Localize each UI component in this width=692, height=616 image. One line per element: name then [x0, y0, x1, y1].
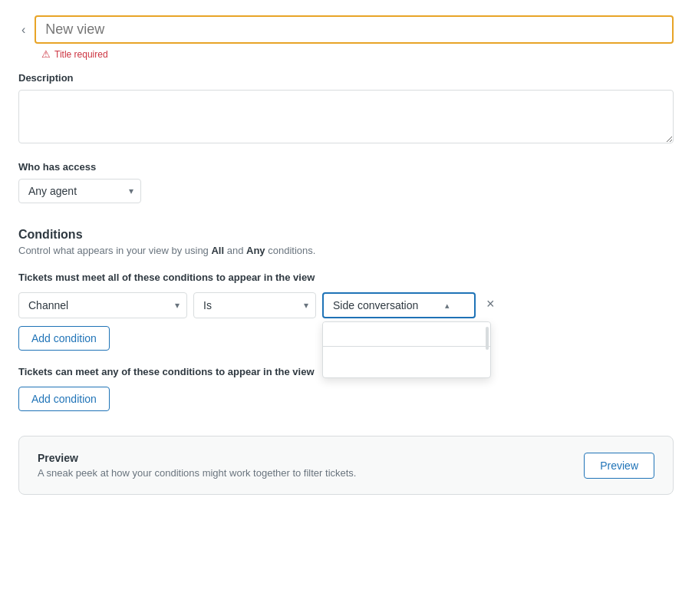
description-section: Description: [18, 72, 674, 146]
conditions-section: Conditions Control what appears in your …: [18, 228, 674, 411]
preview-desc: A sneak peek at how your conditions migh…: [38, 467, 357, 479]
description-textarea[interactable]: [18, 90, 674, 143]
access-section: Who has access Any agent Specific agents…: [18, 161, 674, 203]
page-container: ‹ ⚠ Title required Description Who has a…: [0, 0, 692, 616]
conditions-desc: Control what appears in your view by usi…: [18, 245, 674, 256]
header-row: ‹: [18, 15, 674, 44]
preview-title: Preview: [38, 452, 357, 464]
preview-box: Preview A sneak peek at how your conditi…: [18, 436, 674, 495]
view-title-input[interactable]: [35, 15, 674, 44]
operator-select[interactable]: Is: [193, 292, 316, 318]
access-select-wrapper: Any agent Specific agents Only me: [18, 179, 141, 203]
chevron-left-icon: ‹: [21, 23, 25, 37]
conditions-any-label: Any: [246, 245, 265, 256]
all-conditions-title: Tickets must meet all of these condition…: [18, 272, 674, 283]
all-conditions-group: Tickets must meet all of these condition…: [18, 272, 674, 351]
value-search-input[interactable]: [323, 322, 490, 347]
conditions-all-label: All: [211, 245, 224, 256]
conditions-desc-prefix: Control what appears in your view by usi…: [18, 245, 211, 256]
close-icon: ×: [486, 297, 495, 311]
preview-text-block: Preview A sneak peek at how your conditi…: [38, 452, 357, 479]
condition-row: Channel Is Side conversation ▴: [18, 292, 674, 318]
value-dropdown-panel: [322, 321, 491, 378]
scrollbar[interactable]: [486, 347, 489, 350]
conditions-desc-middle: and: [224, 245, 246, 256]
field-select-wrapper: Channel: [18, 292, 187, 318]
add-any-condition-button[interactable]: Add condition: [18, 387, 110, 411]
value-dropdown-button[interactable]: Side conversation ▴: [322, 292, 476, 318]
value-dropdown: Side conversation ▴: [322, 292, 476, 318]
access-select[interactable]: Any agent Specific agents Only me: [18, 179, 141, 203]
description-label: Description: [18, 72, 674, 84]
add-all-condition-button[interactable]: Add condition: [18, 326, 110, 351]
conditions-desc-suffix: conditions.: [265, 245, 316, 256]
field-select[interactable]: Channel: [18, 292, 187, 318]
title-error-text: Title required: [54, 49, 108, 60]
warning-icon: ⚠: [41, 48, 51, 60]
value-display-text: Side conversation: [333, 299, 418, 311]
conditions-title: Conditions: [18, 228, 674, 242]
value-dropdown-list: [323, 347, 490, 377]
chevron-up-icon: ▴: [445, 301, 450, 311]
back-button[interactable]: ‹: [18, 21, 28, 38]
title-error: ⚠ Title required: [41, 48, 674, 60]
access-label: Who has access: [18, 161, 674, 173]
operator-select-wrapper: Is: [193, 292, 316, 318]
remove-condition-button[interactable]: ×: [482, 292, 499, 315]
preview-button[interactable]: Preview: [584, 453, 654, 479]
